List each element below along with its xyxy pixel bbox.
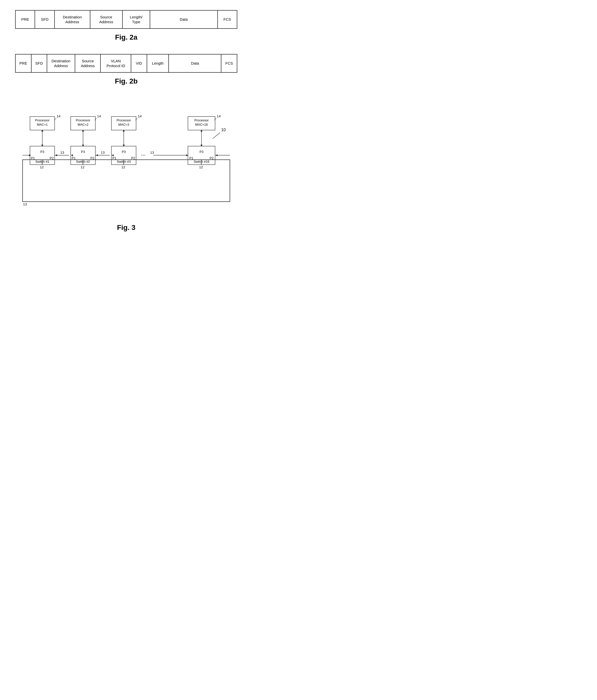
- ref14-sw1: 14: [56, 114, 60, 118]
- sfd-label: SFD: [41, 17, 48, 22]
- svg-marker-7: [42, 145, 44, 147]
- svg-marker-18: [82, 145, 84, 147]
- ref12-sw3: 12: [121, 165, 125, 169]
- proc3-label: Processor: [117, 118, 131, 122]
- svg-marker-36: [200, 145, 202, 147]
- fig2a-label: Fig. 2a: [15, 33, 237, 41]
- pre-label-b: PRE: [20, 61, 27, 66]
- fig2b-vlan-cell: VLANProtocol ID: [101, 54, 131, 72]
- fig2b-len-cell: Length: [147, 54, 169, 72]
- proc1-label: Processor: [35, 118, 50, 122]
- da-label-b: DestinationAddress: [51, 58, 70, 68]
- sa-label-b: SourceAddress: [81, 58, 95, 68]
- ref10-label: 10: [221, 128, 226, 132]
- proc1-mac: MAC=1: [37, 123, 48, 126]
- fig3-section: 10 13 Processor MAC=1 14 P3 P1 P2 Switch…: [15, 98, 237, 232]
- fcs-label-b: FCS: [225, 61, 233, 66]
- sa-label: SourceAddress: [99, 15, 113, 24]
- ref13-sw3sw16: 13: [150, 151, 154, 154]
- proc2-mac: MAC=2: [78, 123, 89, 126]
- svg-line-14: [95, 118, 97, 120]
- fig2a-pre-cell: PRE: [16, 10, 35, 28]
- proc16-label: Processor: [194, 118, 209, 122]
- ref12-sw16: 12: [199, 165, 203, 169]
- sw1-p3: P3: [41, 150, 44, 154]
- sw1-p2: P2: [50, 156, 54, 160]
- ref13-sw1sw2: 13: [60, 151, 64, 154]
- fig2a-da-cell: DestinationAddress: [55, 10, 90, 28]
- vlan-label: VLANProtocol ID: [106, 58, 125, 68]
- svg-marker-17: [82, 130, 84, 132]
- sw2-p2: P2: [90, 156, 94, 160]
- svg-line-3: [54, 118, 56, 120]
- fig2a-sa-cell: SourceAddress: [90, 10, 123, 28]
- sw3-p1: P1: [112, 156, 116, 160]
- ref14-sw16: 14: [217, 114, 221, 118]
- ref13-sw2sw3: 13: [101, 151, 104, 154]
- sw16-p1: P1: [189, 156, 193, 160]
- fig3-label: Fig. 3: [15, 224, 237, 232]
- sw2-p3: P3: [81, 150, 85, 154]
- len-label: Length: [152, 61, 164, 66]
- proc3-mac: MAC=3: [118, 123, 129, 126]
- fig2a-sfd-cell: SFD: [35, 10, 54, 28]
- proc2-label: Processor: [76, 118, 90, 122]
- fig2a-fcs-cell: FCS: [218, 10, 237, 28]
- data-label: Data: [180, 17, 188, 22]
- svg-marker-28: [123, 145, 125, 147]
- fig2a-frame: PRE SFD DestinationAddress SourceAddress…: [15, 10, 237, 29]
- fig2b-da-cell: DestinationAddress: [47, 54, 75, 72]
- fig2a-data-cell: Data: [150, 10, 218, 28]
- fig2b-sa-cell: SourceAddress: [75, 54, 101, 72]
- ref12-sw2: 12: [80, 165, 84, 169]
- fcs-label: FCS: [223, 17, 231, 22]
- svg-marker-27: [123, 130, 125, 132]
- svg-line-32: [214, 118, 216, 120]
- sw2-p1: P1: [72, 156, 76, 160]
- sw1-p1: P1: [31, 156, 35, 160]
- svg-marker-22: [96, 154, 98, 156]
- ref13-bottom-label: 13: [23, 202, 27, 206]
- fig2b-sfd-cell: SFD: [31, 54, 47, 72]
- sw3-p3: P3: [122, 150, 126, 154]
- fig3-svg: 10 13 Processor MAC=1 14 P3 P1 P2 Switch…: [15, 98, 237, 219]
- fig2b-label: Fig. 2b: [15, 77, 237, 85]
- svg-rect-0: [22, 160, 230, 202]
- sw16-p3: P3: [199, 150, 203, 154]
- vid-label: VID: [136, 61, 142, 66]
- fig2b-data-cell: Data: [169, 54, 221, 72]
- fig2b-pre-cell: PRE: [16, 54, 31, 72]
- sw16-p2: P2: [210, 156, 214, 160]
- svg-marker-6: [42, 130, 44, 132]
- lt-label: Length/Type: [130, 15, 142, 24]
- da-label: DestinationAddress: [63, 15, 82, 24]
- svg-line-24: [135, 118, 137, 120]
- svg-marker-12: [55, 154, 57, 156]
- svg-line-1: [213, 132, 220, 139]
- fig3-diagram: 10 13 Processor MAC=1 14 P3 P1 P2 Switch…: [15, 98, 237, 219]
- ref12-sw1: 12: [40, 165, 44, 169]
- pre-label: PRE: [21, 17, 29, 22]
- sfd-label-b: SFD: [35, 61, 43, 66]
- fig2b-vid-cell: VID: [131, 54, 147, 72]
- svg-marker-35: [200, 130, 202, 132]
- proc16-mac: MAC=16: [195, 123, 208, 126]
- fig2b-frame: PRE SFD DestinationAddress SourceAddress…: [15, 54, 237, 73]
- data-label-b: Data: [191, 61, 199, 66]
- ref14-sw3: 14: [138, 114, 142, 118]
- svg-marker-40: [216, 154, 218, 156]
- fig2a-lt-cell: Length/Type: [123, 10, 150, 28]
- ref14-sw2: 14: [97, 114, 101, 118]
- sw3-p2: P2: [131, 156, 135, 160]
- fig2a-section: PRE SFD DestinationAddress SourceAddress…: [15, 10, 237, 41]
- fig2b-fcs-cell: FCS: [221, 54, 237, 72]
- dots-label: ···: [141, 152, 146, 158]
- fig2b-section: PRE SFD DestinationAddress SourceAddress…: [15, 54, 237, 85]
